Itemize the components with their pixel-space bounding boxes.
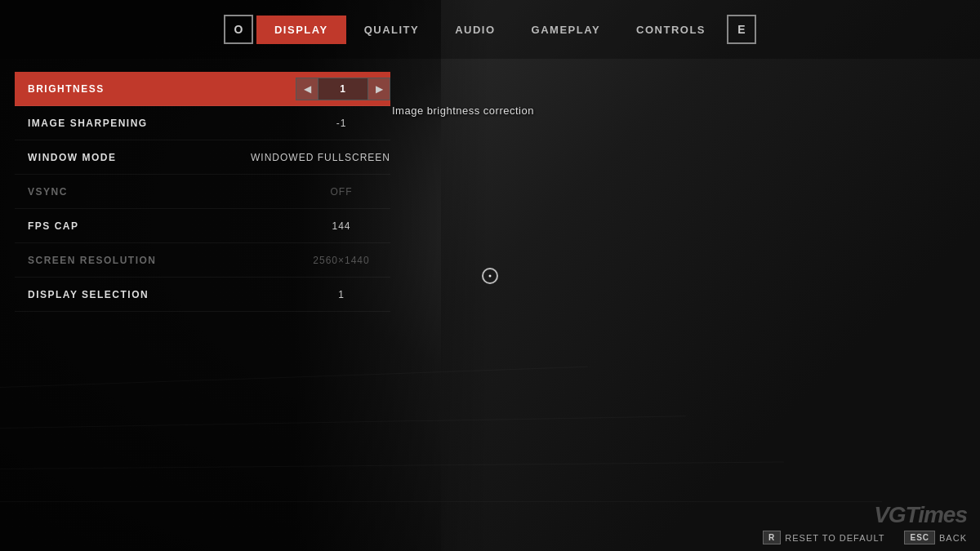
- setting-row-display-selection[interactable]: DISPLAY SELECTION 1: [15, 278, 390, 312]
- reset-default-control[interactable]: R RESET TO DEFAULT: [763, 531, 884, 544]
- setting-row-image-sharpening[interactable]: IMAGE SHARPENING -1: [15, 106, 390, 140]
- reset-key-badge: R: [763, 531, 781, 544]
- back-control[interactable]: ESC BACK: [904, 531, 967, 544]
- setting-label-brightness: BRIGHTNESS: [15, 83, 296, 95]
- nav-bar: O DISPLAY QUALITY AUDIO GAMEPLAY CONTROL…: [0, 0, 980, 59]
- setting-label-image-sharpening: IMAGE SHARPENING: [15, 118, 292, 129]
- setting-value-window-mode: WINDOWED FULLSCREEN: [251, 152, 390, 163]
- setting-value-fps-cap: 144: [292, 220, 390, 232]
- setting-label-screen-resolution: SCREEN RESOLUTION: [15, 255, 292, 266]
- spinner-value-brightness: 1: [318, 78, 368, 100]
- setting-label-vsync: VSYNC: [15, 186, 292, 198]
- setting-row-screen-resolution: SCREEN RESOLUTION 2560×1440: [15, 243, 390, 278]
- setting-value-image-sharpening: -1: [292, 118, 390, 129]
- tab-display[interactable]: DISPLAY: [256, 16, 346, 44]
- setting-row-vsync: VSYNC OFF: [15, 175, 390, 209]
- ground-texture: [0, 306, 980, 551]
- spinner-left-arrow[interactable]: ◀: [296, 78, 318, 100]
- tab-audio[interactable]: AUDIO: [437, 16, 513, 44]
- crosshair: [482, 268, 498, 284]
- setting-label-window-mode: WINDOW MODE: [15, 152, 251, 163]
- tab-controls[interactable]: CONTROLS: [618, 16, 724, 44]
- watermark: VGTimes: [874, 502, 967, 528]
- setting-label-fps-cap: FPS CAP: [15, 220, 292, 232]
- setting-row-window-mode[interactable]: WINDOW MODE WINDOWED FULLSCREEN: [15, 140, 390, 175]
- nav-tabs: DISPLAY QUALITY AUDIO GAMEPLAY CONTROLS: [256, 16, 724, 44]
- setting-label-display-selection: DISPLAY SELECTION: [15, 289, 292, 300]
- reset-label: RESET TO DEFAULT: [785, 533, 884, 543]
- setting-row-fps-cap[interactable]: FPS CAP 144: [15, 209, 390, 243]
- brightness-tooltip: Image brightness correction: [392, 104, 534, 117]
- nav-left-key[interactable]: O: [224, 15, 253, 44]
- spinner-right-arrow[interactable]: ▶: [368, 78, 390, 100]
- setting-value-vsync: OFF: [292, 186, 390, 198]
- setting-value-display-selection: 1: [292, 289, 390, 300]
- settings-panel: BRIGHTNESS ◀ 1 ▶ IMAGE SHARPENING -1 WIN…: [15, 72, 390, 312]
- spinner-brightness: ◀ 1 ▶: [296, 78, 390, 100]
- tab-gameplay[interactable]: GAMEPLAY: [514, 16, 618, 44]
- setting-row-brightness[interactable]: BRIGHTNESS ◀ 1 ▶: [15, 72, 390, 106]
- nav-right-key[interactable]: E: [727, 15, 756, 44]
- back-key-badge: ESC: [904, 531, 935, 544]
- setting-value-screen-resolution: 2560×1440: [292, 255, 390, 266]
- back-label: BACK: [939, 533, 967, 543]
- tab-quality[interactable]: QUALITY: [346, 16, 438, 44]
